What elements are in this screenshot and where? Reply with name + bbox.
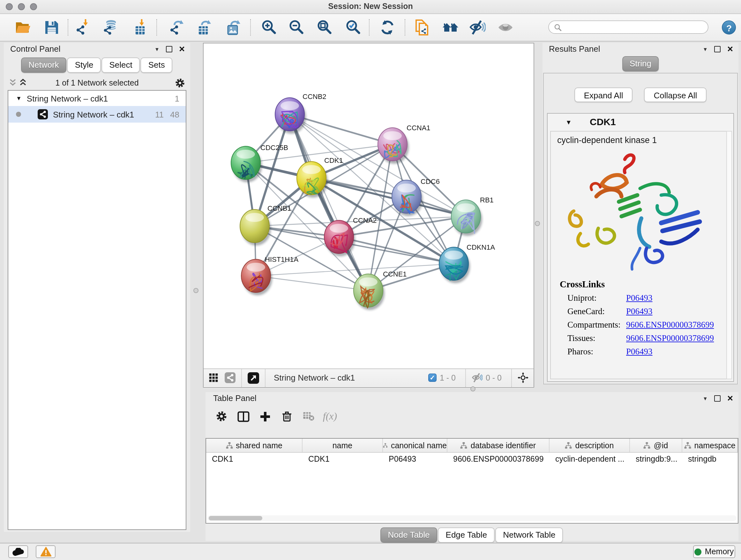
network-from-document-button[interactable] [413, 18, 432, 37]
panel-float-icon[interactable] [714, 395, 721, 401]
window-close-button[interactable] [6, 3, 13, 10]
search-field[interactable] [548, 20, 709, 34]
expand-all-button[interactable]: Expand All [575, 87, 633, 102]
first-neighbors-button[interactable] [441, 18, 460, 37]
warnings-button[interactable] [36, 545, 56, 558]
window-zoom-button[interactable] [30, 3, 37, 10]
import-table-button[interactable] [130, 18, 149, 37]
crosslink-tissues[interactable]: 9606.ENSP00000378699 [626, 333, 714, 344]
table-options-button[interactable] [214, 409, 228, 423]
crosslink-uniprot[interactable]: P06493 [626, 293, 653, 303]
search-input[interactable] [565, 22, 703, 32]
tab-edge-table[interactable]: Edge Table [438, 527, 495, 543]
table-horizontal-scrollbar[interactable] [207, 515, 737, 521]
column-header-shared-name[interactable]: shared name [206, 439, 302, 452]
function-builder-button[interactable]: f(x) [323, 409, 337, 423]
network-collection-row[interactable]: ▼ String Network – cdk1 1 [8, 91, 186, 106]
panel-menu-icon[interactable] [703, 391, 708, 406]
import-network-button[interactable] [73, 18, 92, 37]
panel-close-icon[interactable] [727, 395, 733, 402]
export-network-button[interactable] [167, 18, 186, 37]
network-node-ccna1[interactable]: CCNA1 [378, 124, 430, 164]
network-row[interactable]: String Network – cdk1 11 48 [8, 106, 186, 123]
table-row[interactable]: CDK1 CDK1 P06493 9606.ENSP00000378699 cy… [206, 453, 738, 466]
cloud-button[interactable] [8, 545, 28, 558]
panel-float-icon[interactable] [714, 46, 721, 52]
panel-close-icon[interactable] [179, 45, 185, 53]
detach-view-icon[interactable] [248, 372, 259, 383]
status-bar: Memory [0, 543, 741, 560]
birds-eye-view-icon[interactable] [518, 372, 529, 383]
grid-view-icon[interactable] [209, 373, 218, 382]
delete-column-button[interactable] [280, 409, 293, 423]
zoom-in-icon [261, 19, 278, 36]
tab-string[interactable]: String [622, 56, 659, 71]
panel-float-icon[interactable] [166, 46, 172, 52]
network-selection-status: 1 of 1 Network selected [4, 75, 190, 91]
title-bar: Session: New Session [0, 0, 741, 14]
tab-network-table[interactable]: Network Table [495, 527, 563, 543]
network-node-cdc25b[interactable]: CDC25B [231, 144, 288, 182]
column-header-description[interactable]: description [549, 439, 630, 452]
crosslink-pharos[interactable]: P06493 [626, 347, 653, 357]
zoom-fit-icon [317, 19, 333, 36]
network-node-ccna2[interactable]: CCNA2 [324, 216, 377, 256]
column-header-canonical-name[interactable]: canonical name [383, 439, 448, 452]
cloud-icon [12, 548, 24, 556]
collection-expand-icon[interactable]: ▼ [16, 95, 22, 102]
tab-sets[interactable]: Sets [141, 57, 173, 73]
panel-close-icon[interactable] [727, 45, 733, 53]
network-node-ccne1[interactable]: CCNE1 [354, 270, 407, 310]
network-node-cdkn1a[interactable]: CDKN1A [439, 243, 495, 283]
right-splitter-handle[interactable] [535, 221, 540, 226]
window-title: Session: New Session [0, 0, 741, 13]
left-splitter-handle[interactable] [193, 288, 199, 293]
bottom-splitter-handle[interactable] [470, 386, 475, 391]
import-network-from-database-button[interactable] [101, 18, 120, 37]
crosslink-genecard[interactable]: P06493 [626, 307, 653, 317]
memory-button[interactable]: Memory [693, 545, 735, 558]
crosslink-compartments[interactable]: 9606.ENSP00000378699 [626, 320, 714, 330]
network-node-ccnb2[interactable]: CCNB2 [275, 92, 327, 134]
column-header-database-identifier[interactable]: database identifier [448, 439, 549, 452]
tab-style[interactable]: Style [67, 57, 101, 73]
network-node-rb1[interactable]: RB1 [451, 196, 494, 236]
column-header-namespace[interactable]: namespace [682, 439, 738, 452]
zoom-fit-button[interactable] [315, 18, 334, 37]
show-columns-button[interactable] [236, 409, 250, 423]
protein-collapse-icon[interactable]: ▼ [565, 119, 572, 126]
panel-menu-icon[interactable] [703, 42, 708, 56]
window-minimize-button[interactable] [18, 3, 25, 10]
network-options-gear-icon[interactable] [175, 78, 185, 88]
zoom-out-button[interactable] [287, 18, 307, 37]
help-button[interactable] [722, 20, 736, 35]
network-edge[interactable] [290, 114, 368, 291]
collapse-all-button[interactable]: Collapse All [644, 87, 707, 102]
export-image-button[interactable] [224, 18, 243, 37]
column-header-id[interactable]: @id [630, 439, 682, 452]
column-header-name[interactable]: name [302, 439, 383, 452]
tab-select[interactable]: Select [102, 57, 140, 73]
show-all-button[interactable] [496, 18, 515, 37]
network-badge-gray-icon[interactable] [225, 372, 235, 383]
hide-selected-button[interactable] [468, 18, 487, 37]
selected-checkbox-icon[interactable] [428, 374, 436, 382]
network-node-cdk1[interactable]: CDK1 [297, 157, 343, 198]
open-session-button[interactable] [13, 18, 32, 37]
apply-layout-button[interactable] [378, 18, 397, 37]
create-column-button[interactable] [258, 409, 272, 423]
zoom-selected-button[interactable] [344, 18, 363, 37]
scrollbar-thumb[interactable] [209, 516, 262, 520]
network-graph[interactable]: CDK1CCNB1CCNB2CCNA1CCNA2CCNE1CDC25BCDC6C… [204, 44, 534, 368]
export-table-button[interactable] [195, 18, 214, 37]
delete-table-button[interactable] [301, 409, 315, 423]
panel-menu-icon[interactable] [154, 42, 159, 56]
save-session-button[interactable] [42, 18, 61, 37]
tab-node-table[interactable]: Node Table [380, 527, 437, 543]
zoom-in-button[interactable] [260, 18, 279, 37]
network-edge[interactable] [339, 237, 454, 264]
tab-network[interactable]: Network [21, 57, 66, 73]
network-node-hist1h1a[interactable]: HIST1H1A [241, 255, 298, 295]
results-scrollbar[interactable] [726, 131, 732, 379]
network-edge[interactable] [256, 276, 368, 291]
